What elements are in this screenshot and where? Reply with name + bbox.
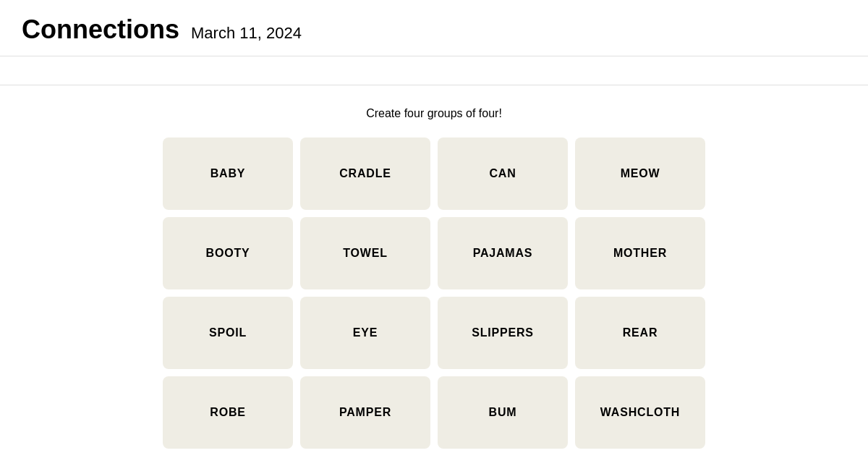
tile-label-pamper: PAMPER bbox=[339, 406, 391, 419]
tile-label-washcloth: WASHCLOTH bbox=[600, 406, 680, 419]
tile-washcloth[interactable]: WASHCLOTH bbox=[575, 376, 705, 449]
tile-label-mother: MOTHER bbox=[613, 247, 667, 260]
tile-pajamas[interactable]: PAJAMAS bbox=[438, 217, 568, 289]
tile-bum[interactable]: BUM bbox=[438, 376, 568, 449]
tile-label-booty: BOOTY bbox=[206, 247, 250, 260]
tile-pamper[interactable]: PAMPER bbox=[300, 376, 430, 449]
tile-baby[interactable]: BABY bbox=[163, 137, 293, 210]
instructions: Create four groups of four! bbox=[366, 107, 502, 120]
tile-label-spoil: SPOIL bbox=[209, 326, 247, 339]
tile-label-eye: EYE bbox=[353, 326, 378, 339]
tile-can[interactable]: CAN bbox=[438, 137, 568, 210]
tile-rear[interactable]: REAR bbox=[575, 297, 705, 369]
tile-label-baby: BABY bbox=[210, 167, 246, 180]
game-date: March 11, 2024 bbox=[191, 24, 302, 43]
tile-label-slippers: SLIPPERS bbox=[472, 326, 534, 339]
tile-booty[interactable]: BOOTY bbox=[163, 217, 293, 289]
tile-label-robe: ROBE bbox=[210, 406, 245, 419]
tile-label-meow: MEOW bbox=[621, 167, 660, 180]
tile-cradle[interactable]: CRADLE bbox=[300, 137, 430, 210]
tile-label-cradle: CRADLE bbox=[339, 167, 391, 180]
tile-meow[interactable]: MEOW bbox=[575, 137, 705, 210]
tile-grid: BABYCRADLECANMEOWBOOTYTOWELPAJAMASMOTHER… bbox=[163, 137, 705, 449]
header: Connections March 11, 2024 bbox=[0, 0, 868, 56]
game-title: Connections bbox=[22, 14, 179, 45]
tile-mother[interactable]: MOTHER bbox=[575, 217, 705, 289]
main-content: Create four groups of four! BABYCRADLECA… bbox=[0, 85, 868, 470]
tile-label-bum: BUM bbox=[489, 406, 517, 419]
tile-label-rear: REAR bbox=[623, 326, 658, 339]
tile-robe[interactable]: ROBE bbox=[163, 376, 293, 449]
tile-label-can: CAN bbox=[489, 167, 516, 180]
tile-label-pajamas: PAJAMAS bbox=[473, 247, 533, 260]
tile-label-towel: TOWEL bbox=[343, 247, 387, 260]
sub-header bbox=[0, 56, 868, 85]
tile-eye[interactable]: EYE bbox=[300, 297, 430, 369]
tile-spoil[interactable]: SPOIL bbox=[163, 297, 293, 369]
tile-slippers[interactable]: SLIPPERS bbox=[438, 297, 568, 369]
tile-towel[interactable]: TOWEL bbox=[300, 217, 430, 289]
